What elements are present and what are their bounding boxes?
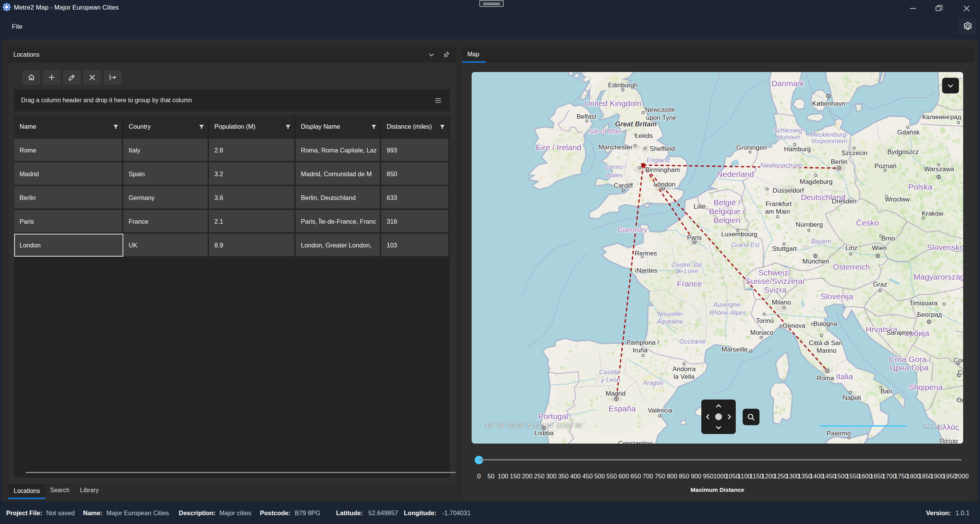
svg-text:Birmingham: Birmingham [645,166,680,174]
svg-text:Genova: Genova [782,322,805,329]
svg-text:Andorra: Andorra [673,365,696,373]
svg-text:Wales: Wales [605,172,623,178]
svg-text:Poznań: Poznań [874,162,897,170]
svg-text:Österreich: Österreich [833,262,870,271]
svg-text:Linz: Linz [845,244,857,252]
svg-text:Belgique /: Belgique / [709,207,745,216]
svg-text:Bydgoszcz: Bydgoszcz [887,148,919,156]
svg-text:Bologna: Bologna [813,320,838,328]
svg-text:Roma: Roma [817,375,834,382]
svg-text:Скоп: Скоп [958,369,963,376]
svg-text:Schweiz/: Schweiz/ [758,268,791,277]
svg-text:y León: y León [601,376,620,383]
svg-text:Marseille: Marseille [722,346,748,353]
svg-text:Portugal: Portugal [538,412,568,421]
svg-text:Lisboa: Lisboa [534,429,554,437]
svg-text:Torino: Torino [756,317,774,324]
svg-text:Nouvelle-: Nouvelle- [657,310,684,317]
svg-text:Timișoara: Timișoara [909,300,938,307]
svg-text:Sarajevo: Sarajevo [886,329,912,336]
svg-text:Leeds: Leeds [635,132,653,139]
svg-text:Napoli: Napoli [843,394,861,401]
svg-text:Newcastle: Newcastle [645,106,675,113]
svg-text:Aquitaine: Aquitaine [657,318,683,325]
svg-text:France: France [677,279,702,288]
svg-text:Milano: Milano [772,299,791,306]
svg-text:Svizra: Svizra [764,285,787,294]
svg-text:Italia: Italia [836,372,853,381]
svg-text:Vorpommern: Vorpommern [811,138,848,144]
svg-text:Edinburgh: Edinburgh [608,82,638,89]
svg-text:Iruña: Iruña [633,347,648,354]
svg-text:Madrid: Madrid [606,390,626,397]
svg-text:Bayern: Bayern [811,238,831,245]
svg-text:am Main: am Main [765,208,790,215]
svg-text:Kraków: Kraków [922,210,944,217]
svg-text:Hamburg: Hamburg [784,146,811,153]
svg-text:Niedersachsen: Niedersachsen [760,162,802,169]
svg-text:Città di San: Città di San [809,339,843,347]
svg-text:Rhône-Alpes: Rhône-Alpes [709,309,746,316]
svg-text:Slovensko: Slovensko [927,243,963,252]
svg-text:Occitanie: Occitanie [679,338,706,345]
svg-text:Slovenija: Slovenija [820,292,853,301]
svg-text:Castilla: Castilla [599,368,620,375]
svg-text:Marino: Marino [817,347,836,354]
svg-text:Éire / Ireland: Éire / Ireland [536,143,581,152]
svg-text:Grand Est: Grand Est [731,241,760,248]
svg-text:Groningen: Groningen [736,144,766,151]
svg-text:Belfast: Belfast [577,113,596,120]
svg-text:España: España [608,404,636,413]
svg-text:Luxembourg: Luxembourg [721,231,758,238]
svg-text:Belgien: Belgien [714,216,740,224]
svg-text:United Kingdom: United Kingdom [584,99,641,108]
svg-text:Sheffield: Sheffield [650,145,675,152]
svg-text:Constantine: Constantine [618,440,653,444]
svg-text:София: София [954,357,963,364]
svg-text:Wrocław: Wrocław [885,196,910,203]
svg-text:München: München [802,258,829,265]
svg-text:Suisse/Svizzera/: Suisse/Svizzera/ [745,277,805,285]
svg-text:Holstein: Holstein [777,134,800,141]
svg-text:Shqipëria: Shqipëria [909,383,943,391]
svg-text:Guernsey: Guernsey [617,226,648,234]
svg-text:Paris: Paris [687,234,702,241]
svg-text:Brno: Brno [881,235,895,242]
svg-text:Rennes: Rennes [635,250,657,257]
svg-text:Aragón: Aragón [642,379,663,386]
svg-text:Dresden: Dresden [832,198,856,205]
svg-text:Düsseldorf: Düsseldorf [773,187,804,194]
svg-text:Pamplona /: Pamplona / [626,339,659,346]
svg-text:Frankfurt: Frankfurt [766,200,792,208]
svg-text:Manchester: Manchester [599,144,633,151]
svg-text:Danmark: Danmark [771,79,804,88]
svg-text:Nederland: Nederland [717,170,754,178]
svg-text:de Loire: de Loire [675,267,698,274]
svg-text:Калининград: Калининград [922,113,961,121]
svg-text:Isle of Man: Isle of Man [588,128,622,135]
svg-text:Palermo: Palermo [826,430,851,437]
svg-text:Crna Gora /: Crna Gora / [889,355,931,364]
svg-text:Magyarország: Magyarország [913,272,963,281]
svg-text:Mecklenburg-: Mecklenburg- [810,131,848,138]
svg-text:Great Britain: Great Britain [615,120,657,128]
svg-text:Stuttgart: Stuttgart [772,245,797,252]
svg-text:København: København [812,100,846,107]
svg-text:Berlin: Berlin [831,158,847,165]
svg-text:België /: België / [714,198,740,207]
svg-text:València: València [648,407,672,414]
svg-text:upon Tyne: upon Tyne [646,114,676,121]
svg-text:Πάτρα: Πάτρα [939,437,958,444]
svg-text:la Vella: la Vella [674,373,695,380]
svg-text:Θεσσα: Θεσσα [956,396,963,404]
svg-text:London: London [654,181,676,188]
svg-text:Polska: Polska [908,182,932,191]
svg-text:Lille: Lille [694,203,705,210]
svg-text:Cardiff: Cardiff [614,182,633,189]
svg-text:Gdańsk: Gdańsk [897,129,920,136]
svg-text:Szczecin: Szczecin [841,149,867,157]
svg-text:Cymru /: Cymru / [604,163,627,170]
svg-text:Auvergne-: Auvergne- [713,301,743,308]
svg-text:Graz: Graz [873,281,887,288]
svg-text:Nürnberg: Nürnberg [796,221,823,228]
